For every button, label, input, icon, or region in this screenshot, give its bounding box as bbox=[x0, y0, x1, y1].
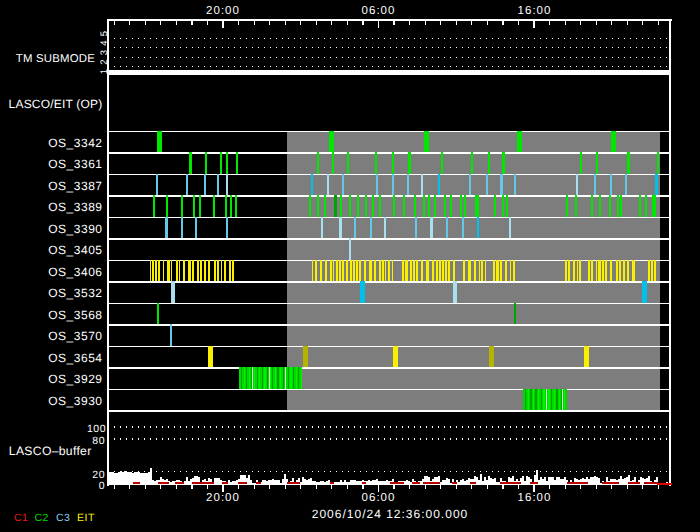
svg-text:OS_3342: OS_3342 bbox=[48, 136, 102, 150]
svg-text:TM SUBMODE: TM SUBMODE bbox=[16, 53, 95, 65]
svg-text:OS_3570: OS_3570 bbox=[48, 329, 102, 343]
svg-text:LASCO–buffer: LASCO–buffer bbox=[9, 444, 92, 458]
svg-text:C1: C1 bbox=[14, 512, 28, 524]
svg-text:OS_3568: OS_3568 bbox=[48, 308, 102, 322]
svg-text:3: 3 bbox=[99, 50, 110, 55]
svg-text:OS_3654: OS_3654 bbox=[48, 351, 102, 365]
svg-text:16:00: 16:00 bbox=[518, 492, 552, 504]
svg-text:2: 2 bbox=[99, 59, 110, 64]
svg-text:OS_3406: OS_3406 bbox=[48, 265, 102, 279]
svg-text:OS_3390: OS_3390 bbox=[48, 222, 102, 236]
svg-text:16:00: 16:00 bbox=[518, 5, 552, 17]
svg-text:OS_3361: OS_3361 bbox=[48, 157, 102, 171]
svg-text:C3: C3 bbox=[56, 512, 70, 524]
svg-text:OS_3929: OS_3929 bbox=[48, 372, 102, 386]
svg-text:20: 20 bbox=[92, 469, 105, 481]
svg-text:06:00: 06:00 bbox=[362, 5, 396, 17]
svg-text:2006/10/24 12:36:00.000: 2006/10/24 12:36:00.000 bbox=[312, 507, 468, 521]
svg-text:0: 0 bbox=[99, 480, 105, 492]
svg-text:06:00: 06:00 bbox=[362, 492, 396, 504]
svg-text:EIT: EIT bbox=[77, 512, 95, 524]
svg-text:4: 4 bbox=[99, 40, 110, 45]
svg-text:OS_3532: OS_3532 bbox=[48, 286, 102, 300]
svg-text:OS_3930: OS_3930 bbox=[48, 394, 102, 408]
svg-text:20:00: 20:00 bbox=[206, 492, 240, 504]
svg-text:80: 80 bbox=[92, 435, 105, 447]
svg-text:LASCO/EIT (OP): LASCO/EIT (OP) bbox=[9, 97, 103, 111]
svg-text:OS_3387: OS_3387 bbox=[48, 179, 102, 193]
svg-text:OS_3389: OS_3389 bbox=[48, 200, 102, 214]
svg-text:100: 100 bbox=[87, 423, 106, 435]
svg-text:OS_3405: OS_3405 bbox=[48, 243, 102, 257]
svg-text:20:00: 20:00 bbox=[206, 5, 240, 17]
svg-text:5: 5 bbox=[99, 31, 110, 36]
svg-text:C2: C2 bbox=[35, 512, 49, 524]
svg-text:1: 1 bbox=[99, 69, 110, 74]
